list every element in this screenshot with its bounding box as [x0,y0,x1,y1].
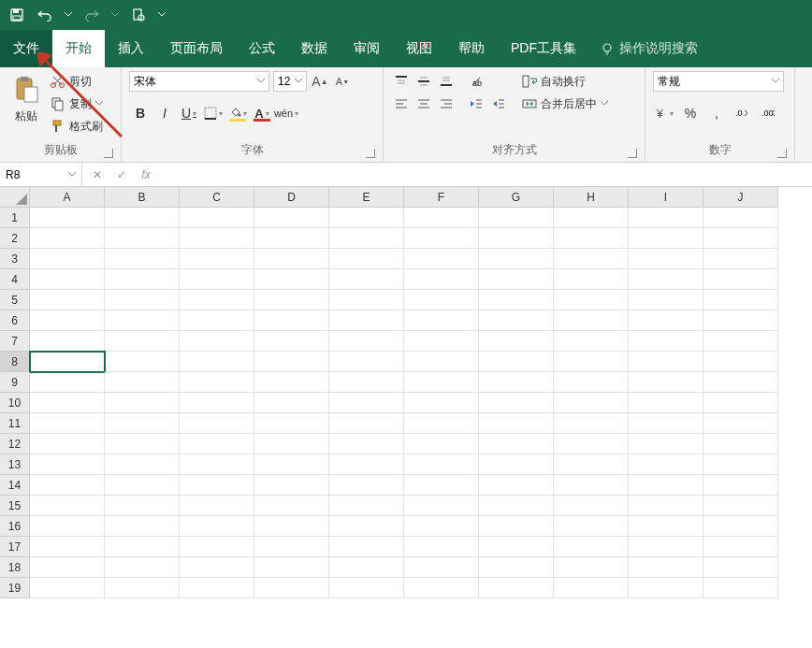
row-header[interactable]: 8 [0,352,30,372]
cell[interactable] [180,537,254,557]
cell[interactable] [554,496,629,516]
cell[interactable] [30,496,105,516]
cell[interactable] [329,249,404,269]
cell[interactable] [554,310,629,331]
undo-dropdown-icon[interactable] [64,6,73,24]
cut-button[interactable]: 剪切 [51,71,103,92]
cell[interactable] [404,228,479,249]
decrease-indent-button[interactable] [466,94,486,114]
tab-review[interactable]: 审阅 [341,30,393,67]
cell[interactable] [404,269,479,290]
cancel-formula-icon[interactable]: ✕ [90,168,105,181]
row-header[interactable]: 17 [0,537,30,557]
border-button[interactable]: ▾ [202,103,225,123]
column-header[interactable]: I [629,187,703,208]
row-header[interactable]: 11 [0,413,30,434]
cell[interactable] [105,352,180,372]
tab-page-layout[interactable]: 页面布局 [157,30,236,67]
cell[interactable] [329,454,404,475]
qat-customize-icon[interactable] [157,6,167,24]
format-painter-button[interactable]: 格式刷 [51,116,103,137]
cell[interactable] [254,352,329,372]
cell[interactable] [404,434,479,454]
cell[interactable] [105,537,180,557]
copy-button[interactable]: 复制 [51,94,103,114]
cell[interactable] [479,352,554,372]
orientation-button[interactable]: ab [466,71,486,92]
cell[interactable] [180,578,254,598]
cell[interactable] [105,434,180,454]
tab-file[interactable]: 文件 [0,30,52,67]
row-header[interactable]: 12 [0,434,30,454]
cell[interactable] [404,393,479,413]
cell[interactable] [479,228,554,249]
column-header[interactable]: D [254,187,329,208]
cell[interactable] [254,454,329,475]
formula-input[interactable] [161,163,812,186]
cell[interactable] [479,413,554,434]
cell[interactable] [180,496,254,516]
font-launcher-icon[interactable] [366,149,375,158]
cell[interactable] [329,537,404,557]
save-icon[interactable] [7,6,26,24]
cell[interactable] [703,475,778,496]
cell[interactable] [703,290,778,310]
cell[interactable] [180,331,254,352]
cell[interactable] [329,310,404,331]
cell[interactable] [703,578,778,598]
row-header[interactable]: 4 [0,269,30,290]
accounting-format-button[interactable]: ¥▾ [653,103,675,123]
cell[interactable] [254,475,329,496]
cell[interactable] [703,310,778,331]
cell[interactable] [254,249,329,269]
column-header[interactable]: G [479,187,554,208]
name-box[interactable]: R8 [0,163,82,186]
row-header[interactable]: 5 [0,290,30,310]
select-all-corner[interactable] [0,187,30,208]
cell[interactable] [629,434,703,454]
cell[interactable] [254,310,329,331]
cell[interactable] [404,557,479,578]
cell[interactable] [554,537,629,557]
row-header[interactable]: 16 [0,516,30,537]
paste-button[interactable]: 粘贴 [7,71,45,128]
cell[interactable] [30,393,105,413]
cell[interactable] [404,578,479,598]
cell[interactable] [180,557,254,578]
wrap-text-button[interactable]: 自动换行 [522,71,608,92]
fx-icon[interactable]: fx [138,168,153,181]
align-middle-button[interactable] [413,71,434,92]
cell[interactable] [629,249,703,269]
cell[interactable] [554,352,629,372]
cell[interactable] [180,228,254,249]
cell[interactable] [554,331,629,352]
align-left-button[interactable] [391,94,412,114]
cell[interactable] [629,290,703,310]
cell[interactable] [479,434,554,454]
row-header[interactable]: 1 [0,208,30,228]
cell[interactable] [404,413,479,434]
cell[interactable] [554,208,629,228]
cell[interactable] [404,372,479,393]
cell[interactable] [703,516,778,537]
cell[interactable] [629,454,703,475]
cell[interactable] [329,331,404,352]
phonetic-button[interactable]: wén▾ [275,103,297,123]
cell[interactable] [703,413,778,434]
cell[interactable] [703,454,778,475]
cell[interactable] [629,516,703,537]
cell[interactable] [329,578,404,598]
cell[interactable] [180,475,254,496]
cell[interactable] [180,310,254,331]
cell[interactable] [404,454,479,475]
cell[interactable] [180,290,254,310]
cell[interactable] [105,393,180,413]
tab-view[interactable]: 视图 [393,30,445,67]
cell[interactable] [479,331,554,352]
cell[interactable] [629,269,703,290]
cell[interactable] [479,475,554,496]
row-header[interactable]: 9 [0,372,30,393]
cell[interactable] [703,228,778,249]
cell[interactable] [479,290,554,310]
cell[interactable] [554,372,629,393]
